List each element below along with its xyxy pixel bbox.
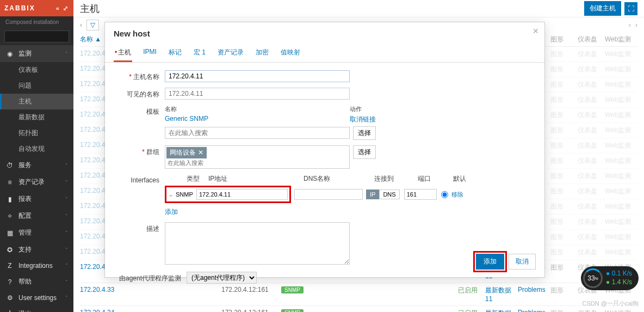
description-label: 描述 [116, 222, 165, 234]
col-dashboards: 仪表盘 [578, 35, 605, 44]
interface-dns-input[interactable] [294, 189, 363, 200]
template-select-button[interactable]: 选择 [353, 126, 376, 140]
nav-sub-主机[interactable]: 主机 [0, 94, 73, 109]
tab-资产记录[interactable]: 资产记录 [216, 45, 245, 62]
nav-sub-最新数据[interactable]: 最新数据 [0, 109, 73, 125]
cancel-button[interactable]: 取消 [509, 254, 536, 270]
nav-管理[interactable]: ▦管理˅ [0, 224, 73, 241]
nav-sub-自动发现[interactable]: 自动发现 [0, 141, 73, 157]
new-host-modal: ✕ New host •主机IPMI标记宏 1资产记录加密值映射 *主机名称 可… [104, 22, 545, 278]
nav-User settings[interactable]: ⚙User settings˅ [0, 290, 73, 305]
connect-ip-button[interactable]: IP [366, 189, 379, 199]
templates-label: 模板 [116, 105, 165, 117]
visname-input[interactable] [165, 88, 350, 100]
nav-sub-拓扑图[interactable]: 拓扑图 [0, 125, 73, 141]
watermark: CSDN @一只小cai狗 [583, 299, 639, 308]
group-tag: 网络设备✕ [166, 147, 207, 158]
default-interface-radio[interactable] [441, 191, 448, 198]
col-graphs: 图形 [550, 35, 578, 44]
interface-type: SNMP [176, 191, 196, 198]
close-icon[interactable]: ✕ [532, 27, 539, 35]
nav-Integrations[interactable]: ZIntegrations˅ [0, 258, 73, 273]
interface-port-input[interactable] [404, 189, 437, 200]
tab-IPMI[interactable]: IPMI [142, 45, 158, 62]
template-link[interactable]: Generic SNMP [165, 115, 208, 123]
groups-tagbox[interactable]: 网络设备✕ [165, 145, 350, 169]
template-search-input[interactable] [165, 127, 350, 139]
page-header: 主机 创建主机 ⛶ [73, 0, 644, 17]
interface-row: ⌄ SNMP [165, 186, 291, 203]
search-input[interactable] [8, 33, 83, 40]
nav-监测[interactable]: ◉监测˄ [0, 45, 73, 62]
page-title: 主机 [80, 2, 100, 15]
groups-label: *群组 [116, 145, 165, 157]
tab-标记[interactable]: 标记 [168, 45, 183, 62]
col-web: Web监测 [605, 35, 637, 44]
modal-title: New host [105, 22, 544, 45]
chevron-left-icon[interactable]: ‹ [80, 21, 82, 29]
chevron-down-icon[interactable]: ⌄ [168, 191, 174, 198]
tab-宏 1[interactable]: 宏 1 [193, 45, 207, 62]
description-textarea[interactable] [165, 222, 350, 265]
logo-text: ZABBIX [4, 4, 35, 12]
chevron-right-icon[interactable]: › [635, 21, 637, 29]
proxy-select[interactable]: (无agent代理程序) [187, 272, 257, 284]
nav-报表[interactable]: ▮报表˅ [0, 191, 73, 207]
modal-footer: 添加 取消 [476, 254, 536, 270]
interface-header: 类型IP地址DNS名称连接到端口默认 [165, 174, 534, 183]
nav-服务[interactable]: ⏱服务˅ [0, 157, 73, 174]
nav-退出[interactable]: ⏻退出˅ [0, 305, 73, 312]
nav-资产记录[interactable]: ≡资产记录˅ [0, 174, 73, 191]
modal-tabs: •主机IPMI标记宏 1资产记录加密值映射 [105, 45, 544, 63]
install-subtitle: Composed installation [0, 16, 73, 28]
add-interface-link[interactable]: 添加 [165, 208, 178, 216]
sidebar-search[interactable]: 🔍 [4, 30, 69, 42]
tab-加密[interactable]: 加密 [255, 45, 270, 62]
speed-widget: 33% ● 0.1 K/s ● 1.4 K/s [581, 266, 639, 290]
nav-配置[interactable]: ✧配置˅ [0, 207, 73, 224]
visname-label: 可见的名称 [116, 88, 165, 99]
connect-dns-button[interactable]: DNS [379, 189, 399, 199]
remove-tag-icon[interactable]: ✕ [198, 149, 203, 156]
nav-sub-仪表板[interactable]: 仪表板 [0, 62, 73, 78]
nav-sub-问题[interactable]: 问题 [0, 78, 73, 94]
create-host-button[interactable]: 创建主机 [584, 1, 621, 16]
chevron-left-icon[interactable]: ‹ [629, 21, 631, 29]
unlink-link[interactable]: 取消链接 [350, 115, 376, 124]
fullscreen-button[interactable]: ⛶ [624, 2, 637, 15]
hostname-input[interactable] [165, 70, 350, 82]
tab-主机[interactable]: •主机 [114, 45, 132, 62]
add-button[interactable]: 添加 [476, 254, 504, 270]
nav-帮助[interactable]: ?帮助˅ [0, 273, 73, 290]
group-search-input[interactable] [166, 158, 348, 167]
logo: ZABBIX « ⤢ [0, 0, 73, 16]
collapse-icon[interactable]: « ⤢ [56, 5, 69, 12]
remove-interface-link[interactable]: 移除 [451, 191, 463, 199]
hostname-label: *主机名称 [116, 70, 165, 82]
sidebar: ZABBIX « ⤢ Composed installation 🔍 ◉监测˄仪… [0, 0, 73, 312]
speed-gauge: 33% [583, 268, 603, 288]
host-row[interactable]: 172.20.4.34172.20.4.12:161SNMP已启用最新数据 11… [80, 306, 637, 312]
group-select-button[interactable]: 选择 [353, 145, 376, 159]
interfaces-label: Interfaces [116, 174, 165, 184]
interface-ip-input[interactable] [196, 189, 288, 200]
monitored-label: 由agent代理程序监测 [116, 272, 187, 283]
filter-button[interactable]: ▽ [86, 20, 99, 30]
tab-值映射[interactable]: 值映射 [280, 45, 301, 62]
nav-支持[interactable]: ✪支持˅ [0, 241, 73, 258]
